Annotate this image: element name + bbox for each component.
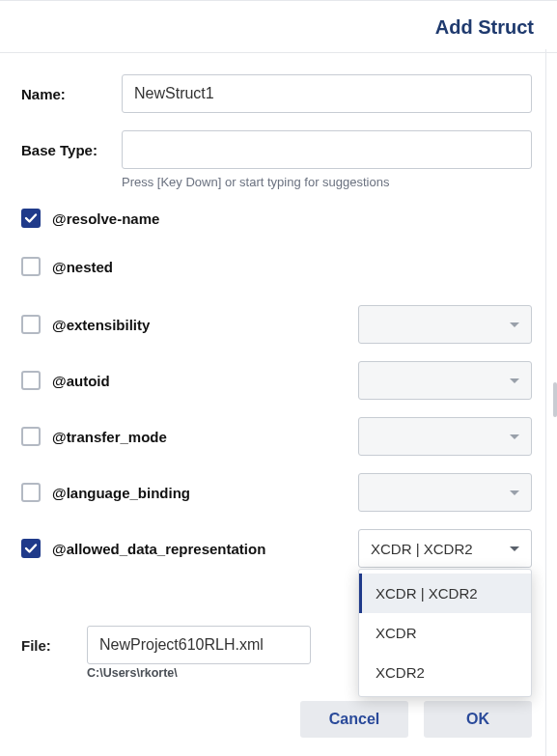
base-type-row: Base Type:	[21, 130, 532, 169]
option-nested: @nested	[21, 257, 532, 276]
language-binding-label: @language_binding	[52, 485, 190, 501]
extensibility-select[interactable]	[358, 305, 532, 344]
dropdown-item[interactable]: XCDR2	[359, 653, 531, 692]
language-binding-checkbox[interactable]	[21, 483, 41, 502]
nested-label: @nested	[52, 259, 113, 275]
option-extensibility: @extensibility	[21, 305, 532, 344]
allowed-data-rep-dropdown: XCDR | XCDR2 XCDR XCDR2	[358, 569, 532, 697]
allowed-data-rep-label: @allowed_data_representation	[52, 541, 265, 557]
dropdown-item[interactable]: XCDR	[359, 613, 531, 653]
resolve-name-checkbox[interactable]	[21, 209, 41, 228]
chevron-down-icon	[510, 434, 519, 439]
extensibility-checkbox[interactable]	[21, 315, 41, 334]
base-type-input[interactable]	[122, 130, 532, 169]
option-language-binding: @language_binding	[21, 473, 532, 512]
transfer-mode-checkbox[interactable]	[21, 427, 41, 446]
option-autoid: @autoid	[21, 361, 532, 400]
chevron-down-icon	[510, 322, 519, 327]
dialog-header: Add Struct	[0, 1, 557, 53]
check-icon	[24, 542, 38, 555]
chevron-down-icon	[510, 490, 519, 495]
autoid-checkbox[interactable]	[21, 371, 41, 390]
cancel-button[interactable]: Cancel	[300, 701, 408, 738]
option-transfer-mode: @transfer_mode	[21, 417, 532, 456]
file-label: File:	[21, 637, 87, 654]
language-binding-select[interactable]	[358, 473, 532, 512]
option-resolve-name: @resolve-name	[21, 209, 532, 228]
autoid-select[interactable]	[358, 361, 532, 400]
chevron-down-icon	[510, 378, 519, 383]
name-label: Name:	[21, 86, 122, 102]
nested-checkbox[interactable]	[21, 257, 41, 276]
option-allowed-data-representation: @allowed_data_representation XCDR | XCDR…	[21, 529, 532, 568]
chevron-down-icon	[510, 546, 519, 551]
transfer-mode-select[interactable]	[358, 417, 532, 456]
dropdown-item[interactable]: XCDR | XCDR2	[359, 574, 531, 613]
name-input[interactable]	[122, 74, 532, 113]
check-icon	[24, 211, 38, 225]
allowed-data-rep-value: XCDR | XCDR2	[371, 541, 473, 557]
autoid-label: @autoid	[52, 373, 110, 389]
resolve-name-label: @resolve-name	[52, 210, 159, 227]
ok-button[interactable]: OK	[424, 701, 532, 738]
allowed-data-rep-checkbox[interactable]	[21, 539, 41, 558]
base-type-label: Base Type:	[21, 142, 122, 158]
file-input[interactable]	[87, 626, 311, 664]
dialog-actions: Cancel OK	[300, 701, 532, 738]
dialog-title: Add Struct	[435, 16, 534, 38]
extensibility-label: @extensibility	[52, 317, 150, 333]
transfer-mode-label: @transfer_mode	[52, 429, 167, 445]
base-type-hint: Press [Key Down] or start typing for sug…	[122, 175, 532, 189]
name-row: Name:	[21, 74, 532, 113]
allowed-data-rep-select[interactable]: XCDR | XCDR2	[358, 529, 532, 568]
